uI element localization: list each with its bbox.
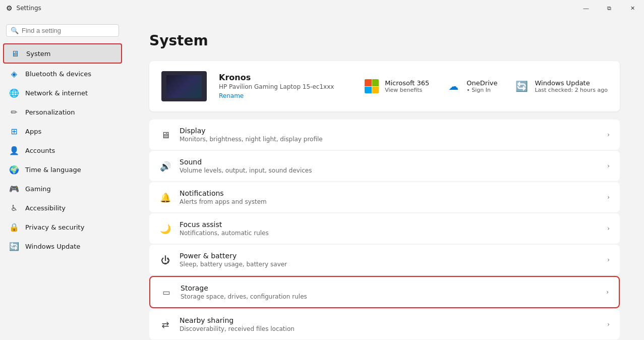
microsoft365-info: Microsoft 365 View benefits [385,79,429,93]
sound-desc: Volume levels, output, input, sound devi… [180,167,599,174]
nav-item-network[interactable]: 🌐 Network & internet [3,84,122,102]
device-model: HP Pavilion Gaming Laptop 15-ec1xxx [219,83,352,90]
settings-list: 🖥 Display Monitors, brightness, night li… [149,120,620,340]
windowsupdate-name: Windows Update [535,79,608,87]
sound-text: Sound Volume levels, output, input, soun… [180,158,599,174]
sound-name: Sound [180,158,599,166]
nav-item-personalization[interactable]: ✏ Personalization [3,103,122,121]
focus-text: Focus assist Notifications, automatic ru… [180,220,599,237]
device-info: Kronos HP Pavilion Gaming Laptop 15-ec1x… [219,73,352,100]
nav-label-system: System [26,50,50,58]
nearby-icon: ⇄ [159,318,171,330]
nav-item-apps[interactable]: ⊞ Apps [3,122,122,140]
nav-item-privacy[interactable]: 🔒 Privacy & security [3,218,122,236]
focus-name: Focus assist [180,220,599,229]
nav-item-time[interactable]: 🌍 Time & language [3,160,122,179]
apps-icon: ⊞ [9,126,19,136]
setting-notifications[interactable]: 🔔 Notifications Alerts from apps and sys… [149,182,620,212]
windowsupdate-icon: 🔄 [513,78,530,94]
nearby-name: Nearby sharing [180,316,599,324]
titlebar: ⚙ Settings — ⧉ ✕ [0,0,644,16]
device-image [166,75,202,98]
microsoft365-name: Microsoft 365 [385,79,429,87]
setting-sound[interactable]: 🔊 Sound Volume levels, output, input, so… [149,151,620,181]
power-icon: ⏻ [159,254,171,266]
time-icon: 🌍 [9,164,19,175]
page-title: System [149,32,620,49]
nav-item-accounts[interactable]: 👤 Accounts [3,141,122,159]
gaming-icon: 🎮 [9,184,19,194]
titlebar-controls: — ⧉ ✕ [574,0,644,16]
nav-item-gaming[interactable]: 🎮 Gaming [3,180,122,198]
notifications-text: Notifications Alerts from apps and syste… [180,189,599,205]
nav-label-network: Network & internet [25,89,88,97]
update-icon: 🔄 [9,241,19,251]
setting-nearby[interactable]: ⇄ Nearby sharing Discoverability, receiv… [149,309,620,339]
display-text: Display Monitors, brightness, night ligh… [180,127,599,143]
nav-label-accessibility: Accessibility [25,204,66,212]
network-icon: 🌐 [9,88,19,98]
nearby-chevron: › [607,321,610,328]
power-name: Power & battery [180,252,599,260]
microsoft365-sub: View benefits [385,87,429,93]
focus-desc: Notifications, automatic rules [180,230,599,237]
main-content: System Kronos HP Pavilion Gaming Laptop … [125,16,644,340]
titlebar-left: ⚙ Settings [6,4,41,12]
notifications-icon: 🔔 [159,191,171,203]
windowsupdate-sub: Last checked: 2 hours ago [535,87,608,93]
nav-item-bluetooth[interactable]: ◈ Bluetooth & devices [3,65,122,83]
windowsupdate-info: Windows Update Last checked: 2 hours ago [535,79,608,93]
notifications-name: Notifications [180,189,599,197]
nearby-text: Nearby sharing Discoverability, received… [180,316,599,332]
search-box[interactable]: 🔍 [6,24,119,37]
nav-item-update[interactable]: 🔄 Windows Update [3,237,122,255]
nav-label-update: Windows Update [25,243,80,250]
privacy-icon: 🔒 [9,222,19,232]
onedrive-icon: ☁ [445,78,461,94]
snap-button[interactable]: ⧉ [598,0,621,16]
display-desc: Monitors, brightness, night light, displ… [180,136,599,143]
onedrive-sub: • Sign In [466,87,497,93]
service-microsoft365[interactable]: Microsoft 365 View benefits [364,78,429,94]
storage-desc: Storage space, drives, configuration rul… [181,293,598,300]
nav-label-privacy: Privacy & security [25,223,84,231]
rename-link[interactable]: Rename [219,92,244,99]
focus-icon: 🌙 [159,222,171,235]
device-services: Microsoft 365 View benefits ☁ OneDrive •… [364,78,608,94]
setting-focus[interactable]: 🌙 Focus assist Notifications, automatic … [149,213,620,244]
close-button[interactable]: ✕ [621,0,644,16]
nav-item-system[interactable]: 🖥 System [3,43,122,64]
service-windowsupdate[interactable]: 🔄 Windows Update Last checked: 2 hours a… [513,78,608,94]
display-icon: 🖥 [159,129,171,141]
nearby-desc: Discoverability, received files location [180,325,599,332]
onedrive-name: OneDrive [466,79,497,87]
storage-chevron: › [606,289,609,296]
focus-chevron: › [607,225,610,232]
setting-power[interactable]: ⏻ Power & battery Sleep, battery usage, … [149,245,620,275]
storage-icon: ▭ [160,286,172,298]
sound-chevron: › [607,162,610,169]
settings-icon: ⚙ [6,4,13,12]
nav-label-bluetooth: Bluetooth & devices [25,70,91,78]
notifications-desc: Alerts from apps and system [180,198,599,205]
notifications-chevron: › [607,194,610,201]
service-onedrive[interactable]: ☁ OneDrive • Sign In [445,78,497,94]
display-name: Display [180,127,599,135]
nav-label-accounts: Accounts [25,147,55,154]
search-input[interactable] [22,27,114,34]
storage-text: Storage Storage space, drives, configura… [181,284,598,300]
microsoft365-icon [364,78,380,94]
accessibility-icon: ♿ [9,203,19,213]
bluetooth-icon: ◈ [9,69,19,79]
nav-label-time: Time & language [25,166,81,174]
titlebar-title: Settings [17,5,41,12]
device-thumbnail [161,71,207,101]
nav-item-accessibility[interactable]: ♿ Accessibility [3,199,122,217]
display-chevron: › [607,131,610,138]
onedrive-info: OneDrive • Sign In [466,79,497,93]
app-body: 🔍 🖥 System ◈ Bluetooth & devices 🌐 Netwo… [0,16,644,340]
minimize-button[interactable]: — [574,0,598,16]
nav-label-apps: Apps [25,128,41,135]
setting-storage[interactable]: ▭ Storage Storage space, drives, configu… [149,276,620,308]
setting-display[interactable]: 🖥 Display Monitors, brightness, night li… [149,120,620,150]
